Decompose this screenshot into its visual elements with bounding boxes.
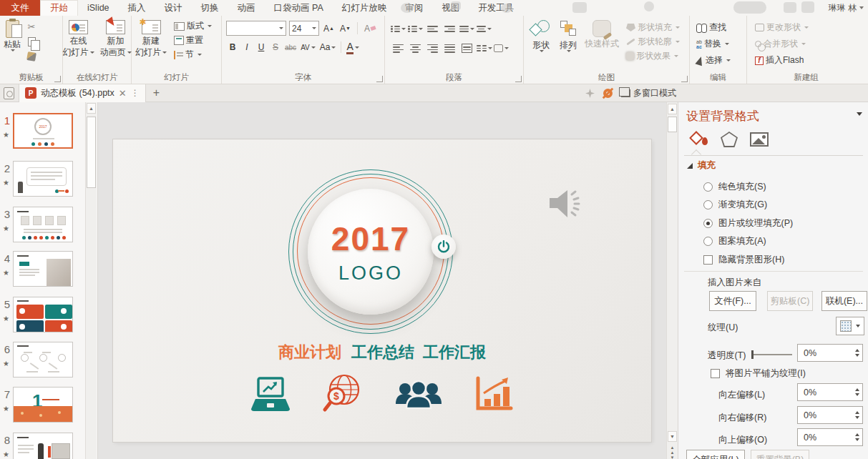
font-color-button[interactable]: A bbox=[345, 40, 360, 54]
transparency-slider[interactable] bbox=[752, 354, 792, 355]
new-animation-page-button[interactable]: 新加 动画页 bbox=[98, 18, 134, 72]
offset-top-spinner[interactable]: 0% bbox=[797, 428, 863, 446]
shape-outline-button[interactable]: 形状轮廓 bbox=[624, 35, 682, 49]
decrease-font-button[interactable]: A▼ bbox=[338, 21, 352, 36]
justify-button[interactable] bbox=[442, 41, 457, 55]
solid-fill-radio[interactable] bbox=[703, 182, 713, 192]
slide-thumbnail-2[interactable] bbox=[13, 161, 73, 197]
slide-thumbnail-6[interactable] bbox=[13, 342, 73, 377]
offset-top-spin-buttons[interactable] bbox=[852, 429, 862, 445]
arrange-button[interactable]: 排列 bbox=[557, 18, 580, 72]
decrease-indent-button[interactable] bbox=[425, 22, 440, 36]
font-dialog-launcher[interactable] bbox=[376, 76, 383, 82]
line-spacing-button[interactable] bbox=[459, 22, 474, 36]
slide-thumbnail-1[interactable]: 2017 bbox=[13, 113, 73, 149]
character-spacing-button[interactable]: AV bbox=[299, 40, 317, 54]
shape-effects-button[interactable]: 形状效果 bbox=[624, 49, 682, 63]
hide-background-checkbox[interactable] bbox=[703, 255, 713, 265]
shapes-button[interactable]: 形状 bbox=[528, 18, 554, 72]
tab-transitions[interactable]: 切换 bbox=[192, 0, 228, 16]
bullets-button[interactable] bbox=[391, 22, 406, 36]
tab-more-icon[interactable]: ⋮ bbox=[131, 88, 140, 98]
clipboard-dialog-launcher[interactable] bbox=[54, 76, 61, 82]
laptop-chart-icon[interactable] bbox=[250, 377, 291, 415]
close-document-icon[interactable]: ✕ bbox=[119, 89, 127, 98]
new-document-button[interactable]: + bbox=[153, 87, 160, 99]
editor-scrollbar[interactable]: ▲ ▼ ▲▲ ▼▼ bbox=[666, 102, 678, 459]
cut-button[interactable]: ✂ bbox=[24, 20, 39, 33]
tab-insert[interactable]: 插入 bbox=[119, 0, 155, 16]
editor-scroll-down[interactable]: ▼ bbox=[668, 431, 677, 442]
editor-scroll-thumb[interactable] bbox=[668, 117, 677, 132]
format-painter-button[interactable] bbox=[24, 50, 39, 63]
document-tab[interactable]: P 动态模板 (54).pptx ✕ ⋮ bbox=[19, 84, 146, 102]
transparency-spin-buttons[interactable] bbox=[852, 345, 862, 361]
slide-thumbnail-3[interactable] bbox=[13, 207, 73, 242]
insert-from-file-button[interactable]: 文件(F)... bbox=[709, 291, 756, 311]
tab-pocket-animation[interactable]: 口袋动画 PA bbox=[265, 0, 333, 16]
numbering-button[interactable] bbox=[408, 22, 423, 36]
growth-chart-icon[interactable] bbox=[474, 375, 514, 415]
tile-picture-option[interactable]: 将图片平铺为纹理(I) bbox=[711, 367, 806, 380]
slide-thumbnail-8[interactable] bbox=[13, 433, 73, 459]
slide-thumbnail-7[interactable]: 1 bbox=[13, 387, 73, 423]
online-slides-button[interactable]: 在线 幻灯片 bbox=[61, 18, 97, 72]
increase-font-button[interactable]: A▲ bbox=[322, 21, 336, 36]
thumbnail-scrollbar[interactable]: ▲ bbox=[85, 102, 97, 459]
reset-button[interactable]: 重置 bbox=[172, 34, 214, 47]
underline-button[interactable]: U bbox=[255, 40, 268, 54]
layout-button[interactable]: 版式 bbox=[172, 19, 214, 33]
settings-gear-icon[interactable] bbox=[603, 89, 613, 98]
align-center-button[interactable] bbox=[408, 41, 423, 55]
select-button[interactable]: 选择 bbox=[694, 54, 745, 67]
section-button[interactable]: 节 bbox=[172, 48, 214, 61]
font-size-combo[interactable]: 24 bbox=[289, 21, 319, 36]
paragraph-dialog-launcher[interactable] bbox=[515, 76, 522, 82]
apply-all-button[interactable]: 全部应用(L) bbox=[686, 450, 745, 459]
offset-right-spinner[interactable]: 0% bbox=[797, 406, 863, 424]
editor-scroll-up[interactable]: ▲ bbox=[668, 104, 677, 114]
transparency-spinner[interactable]: 0% bbox=[797, 344, 863, 362]
logo-circle[interactable]: 2017 LOGO bbox=[308, 189, 434, 315]
strikethrough-button[interactable]: abc bbox=[283, 40, 298, 54]
user-account[interactable]: 琳琳 林 bbox=[829, 0, 864, 16]
thumbnail-scroll-up[interactable]: ▲ bbox=[87, 103, 96, 114]
tile-picture-checkbox[interactable] bbox=[711, 369, 720, 378]
tab-design[interactable]: 设计 bbox=[155, 0, 192, 16]
quick-styles-button[interactable]: 快速样式 bbox=[582, 18, 621, 72]
align-left-button[interactable] bbox=[391, 41, 406, 55]
gradient-fill-radio[interactable] bbox=[703, 200, 713, 209]
offset-left-spin-buttons[interactable] bbox=[852, 384, 862, 400]
change-case-button[interactable]: Aa bbox=[318, 40, 338, 54]
next-slide-button[interactable]: ▼▼ bbox=[668, 455, 677, 459]
increase-indent-button[interactable] bbox=[442, 22, 457, 36]
new-slide-button[interactable]: ✱ 新建 幻灯片 bbox=[133, 18, 169, 72]
paste-button[interactable]: 粘贴 bbox=[1, 18, 23, 72]
team-people-icon[interactable] bbox=[395, 380, 442, 415]
effects-mode-button[interactable] bbox=[718, 129, 740, 149]
gradient-fill-option[interactable]: 渐变填充(G) bbox=[703, 199, 767, 211]
tab-home[interactable]: 开始 bbox=[40, 0, 78, 16]
fill-section-header[interactable]: 填充 bbox=[686, 159, 716, 172]
picture-fill-option[interactable]: 图片或纹理填充(P) bbox=[703, 217, 793, 230]
font-name-combo[interactable] bbox=[226, 21, 286, 36]
find-button[interactable]: 查找 bbox=[694, 21, 745, 34]
clear-format-button[interactable]: A bbox=[363, 21, 377, 36]
tab-developer[interactable]: 开发工具 bbox=[469, 0, 523, 16]
replace-button[interactable]: abac替换 bbox=[694, 37, 745, 51]
file-menu-button[interactable]: 文件 bbox=[0, 0, 40, 16]
change-shape-button[interactable]: 更改形状 bbox=[753, 21, 864, 34]
bold-button[interactable]: B bbox=[226, 40, 239, 54]
smartart-convert-button[interactable] bbox=[494, 41, 509, 55]
hide-background-option[interactable]: 隐藏背景图形(H) bbox=[703, 254, 784, 266]
insert-from-clipboard-button[interactable]: 剪贴板(C) bbox=[767, 291, 813, 311]
reset-background-button[interactable]: 重置背景(B) bbox=[751, 450, 809, 459]
transparency-slider-handle[interactable] bbox=[751, 350, 754, 359]
picture-fill-radio[interactable] bbox=[703, 219, 713, 228]
history-icon[interactable] bbox=[4, 87, 14, 99]
fill-mode-button[interactable] bbox=[688, 129, 710, 149]
panel-options-icon[interactable] bbox=[857, 112, 862, 116]
italic-button[interactable]: I bbox=[240, 40, 253, 54]
tab-slideshow[interactable]: 幻灯片放映 bbox=[333, 0, 396, 16]
beautify-icon[interactable] bbox=[585, 89, 595, 98]
